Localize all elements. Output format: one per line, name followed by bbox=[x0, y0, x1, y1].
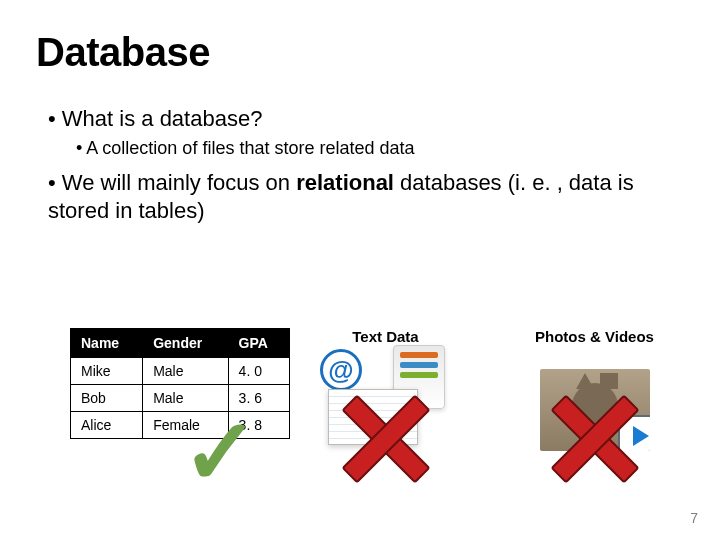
example-table: Name Gender GPA Mike Male 4. 0 Bob Male … bbox=[70, 328, 290, 439]
table-cell: Bob bbox=[71, 385, 143, 412]
table-cell: Mike bbox=[71, 358, 143, 385]
slide: Database What is a database? A collectio… bbox=[0, 0, 720, 540]
text-data-column: Text Data @ bbox=[290, 328, 481, 465]
table-cell: 3. 8 bbox=[228, 412, 289, 439]
slide-title: Database bbox=[36, 30, 690, 75]
table-cell: Male bbox=[143, 358, 228, 385]
table-header-row: Name Gender GPA bbox=[71, 329, 290, 358]
page-number: 7 bbox=[690, 510, 698, 526]
media-icons bbox=[499, 355, 690, 465]
table-header: Gender bbox=[143, 329, 228, 358]
bullet-answer: A collection of files that store related… bbox=[76, 137, 690, 160]
table-cell: 3. 6 bbox=[228, 385, 289, 412]
table-row: Alice Female 3. 8 bbox=[71, 412, 290, 439]
example-table-wrap: Name Gender GPA Mike Male 4. 0 Bob Male … bbox=[70, 328, 290, 439]
text-data-label: Text Data bbox=[290, 328, 481, 345]
cat-photo-icon bbox=[540, 369, 650, 451]
bullet-focus-pre: We will mainly focus on bbox=[62, 170, 296, 195]
text-data-icons: @ bbox=[290, 355, 481, 465]
table-row: Mike Male 4. 0 bbox=[71, 358, 290, 385]
bullet-focus: We will mainly focus on relational datab… bbox=[48, 169, 690, 224]
content-row: Name Gender GPA Mike Male 4. 0 Bob Male … bbox=[70, 328, 690, 465]
table-header: Name bbox=[71, 329, 143, 358]
table-cell: Female bbox=[143, 412, 228, 439]
bullet-focus-bold: relational bbox=[296, 170, 394, 195]
video-play-icon bbox=[618, 415, 650, 451]
table-header: GPA bbox=[228, 329, 289, 358]
at-sign-icon: @ bbox=[320, 349, 362, 391]
table-row: Bob Male 3. 6 bbox=[71, 385, 290, 412]
table-cell: Male bbox=[143, 385, 228, 412]
spreadsheet-icon bbox=[328, 389, 418, 445]
table-cell: 4. 0 bbox=[228, 358, 289, 385]
table-cell: Alice bbox=[71, 412, 143, 439]
media-label: Photos & Videos bbox=[499, 328, 690, 345]
bullet-question: What is a database? bbox=[48, 105, 690, 133]
media-column: Photos & Videos bbox=[499, 328, 690, 465]
bullet-list: What is a database? A collection of file… bbox=[48, 105, 690, 224]
